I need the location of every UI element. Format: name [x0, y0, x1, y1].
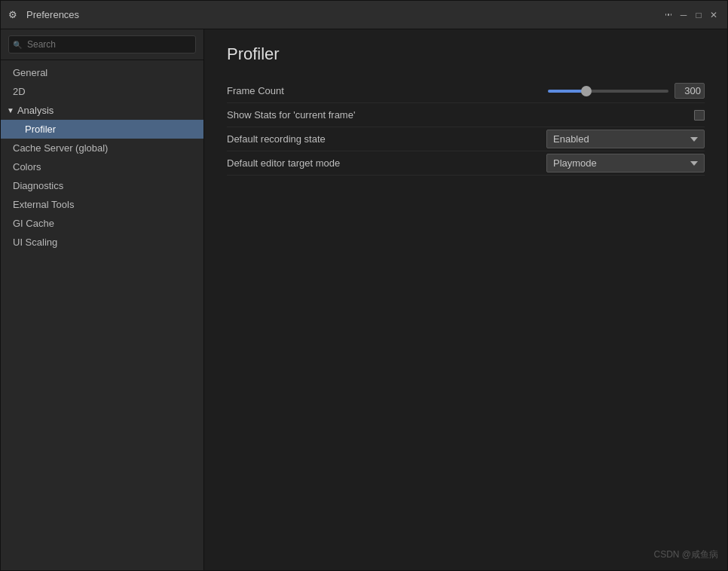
- menu-button[interactable]: [662, 9, 674, 21]
- sidebar-item-gi-cache[interactable]: GI Cache: [1, 214, 203, 233]
- frame-count-value[interactable]: 300: [674, 83, 705, 99]
- sidebar: General 2D ▼ Analysis Profiler Cache Ser…: [1, 29, 204, 570]
- sidebar-item-profiler[interactable]: Profiler: [1, 120, 203, 139]
- show-stats-label: Show Stats for 'current frame': [227, 109, 694, 121]
- sidebar-item-ui-scaling[interactable]: UI Scaling: [1, 233, 203, 252]
- frame-count-label: Frame Count: [227, 85, 548, 96]
- default-editor-target-mode-control: Playmode Editmode: [546, 154, 705, 173]
- app-icon: ⚙: [8, 9, 20, 21]
- setting-row-default-recording-state: Default recording state Enabled Disabled: [227, 127, 705, 151]
- frame-count-slider[interactable]: [548, 90, 668, 93]
- default-recording-state-control: Enabled Disabled: [546, 130, 705, 148]
- titlebar: ⚙ Preferences ─ □ ✕: [1, 1, 727, 29]
- setting-row-frame-count: Frame Count 300: [227, 79, 705, 103]
- minimize-button[interactable]: ─: [678, 9, 690, 21]
- search-wrapper: [8, 35, 196, 53]
- maximize-button[interactable]: □: [693, 9, 705, 21]
- sidebar-item-2d[interactable]: 2D: [1, 82, 203, 101]
- default-editor-target-mode-dropdown[interactable]: Playmode Editmode: [546, 154, 705, 173]
- preferences-window: ⚙ Preferences ─ □ ✕ General: [0, 0, 728, 571]
- default-recording-state-dropdown[interactable]: Enabled Disabled: [546, 130, 705, 148]
- close-button[interactable]: ✕: [708, 9, 720, 21]
- sidebar-item-analysis[interactable]: ▼ Analysis: [1, 101, 203, 120]
- sidebar-item-cache-server[interactable]: Cache Server (global): [1, 139, 203, 157]
- search-input[interactable]: [8, 35, 196, 53]
- search-box: [1, 29, 203, 60]
- window-title: Preferences: [26, 9, 662, 20]
- watermark: CSDN @咸鱼病: [653, 548, 718, 561]
- chevron-down-icon: ▼: [7, 106, 14, 115]
- show-stats-control: [694, 110, 705, 121]
- setting-row-show-stats: Show Stats for 'current frame': [227, 103, 705, 127]
- titlebar-controls: ─ □ ✕: [662, 9, 720, 21]
- default-recording-state-label: Default recording state: [227, 133, 546, 145]
- content-area: General 2D ▼ Analysis Profiler Cache Ser…: [1, 29, 727, 570]
- sidebar-item-external-tools[interactable]: External Tools: [1, 195, 203, 214]
- nav-list: General 2D ▼ Analysis Profiler Cache Ser…: [1, 60, 203, 570]
- settings-table: Frame Count 300 Show Stats for 'current …: [227, 79, 705, 176]
- sidebar-item-diagnostics[interactable]: Diagnostics: [1, 176, 203, 195]
- main-content: Profiler Frame Count 300 Show Stats for …: [204, 29, 727, 570]
- setting-row-default-editor-target-mode: Default editor target mode Playmode Edit…: [227, 151, 705, 176]
- sidebar-item-general[interactable]: General: [1, 63, 203, 82]
- section-title: Profiler: [227, 44, 705, 64]
- frame-count-control: 300: [548, 83, 705, 99]
- sidebar-item-colors[interactable]: Colors: [1, 157, 203, 176]
- show-stats-checkbox[interactable]: [694, 110, 705, 121]
- default-editor-target-mode-label: Default editor target mode: [227, 157, 546, 169]
